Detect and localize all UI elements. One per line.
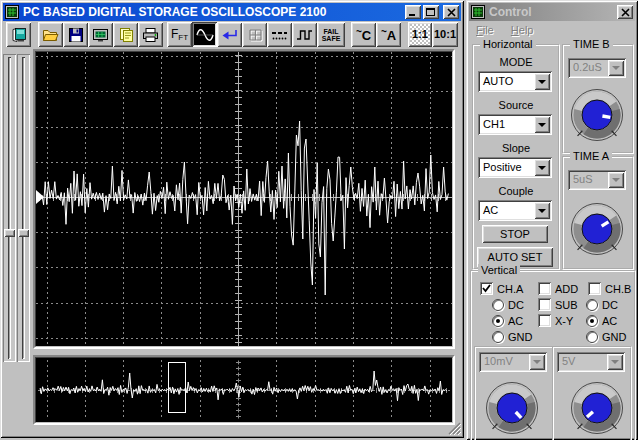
time-a-knob[interactable]: [568, 200, 626, 258]
ch-a-gnd-radio[interactable]: [492, 331, 504, 343]
save-button[interactable]: [63, 22, 88, 47]
close-button[interactable]: [443, 5, 459, 19]
chevron-down-icon: [612, 178, 620, 186]
probe-1-1-label: 1:1: [412, 29, 428, 40]
time-b-knob[interactable]: [568, 86, 626, 144]
failsafe-label-2: SAFE: [322, 35, 341, 42]
slope-combobox[interactable]: Positive: [478, 157, 552, 178]
scope-display[interactable]: [33, 49, 455, 349]
dashed-dotted-icon: [271, 27, 288, 43]
control-titlebar[interactable]: Control: [469, 3, 635, 21]
control-app-icon: [471, 5, 485, 19]
open-file-button[interactable]: [38, 22, 63, 47]
square-wave-button[interactable]: [292, 22, 317, 47]
main-window: PC BASED DIGITAL STORAGE OSCILLOSCOPE 21…: [0, 0, 464, 438]
add-checkbox[interactable]: [538, 282, 551, 295]
mode-dropdown-button[interactable]: [534, 73, 550, 90]
fft-button[interactable]: FFT: [167, 22, 192, 47]
minimize-button[interactable]: [405, 5, 421, 19]
slider-groove: [8, 57, 11, 359]
coupling-c-label: ~C: [356, 27, 371, 42]
open-folder-icon: [42, 27, 59, 43]
source-dropdown-button[interactable]: [534, 116, 550, 133]
slider-b-thumb[interactable]: [18, 229, 29, 237]
chevron-down-icon: [538, 80, 546, 88]
ch-b-knob[interactable]: [568, 379, 626, 437]
probe-10-1-label: 10:1: [434, 29, 456, 40]
coupling-a-button[interactable]: ~A: [376, 22, 401, 47]
grid-button[interactable]: [242, 22, 267, 47]
maximize-button[interactable]: [423, 5, 439, 19]
couple-combobox[interactable]: AC: [478, 200, 552, 221]
time-a-combobox[interactable]: 5uS: [568, 170, 626, 190]
ch-a-dc-radio[interactable]: [492, 299, 504, 311]
time-b-dropdown-button[interactable]: [608, 60, 624, 76]
resize-grip[interactable]: [448, 422, 461, 435]
ch-a-range-dropdown-button[interactable]: [529, 354, 545, 370]
ch-b-range-combobox[interactable]: 5V: [557, 352, 625, 372]
chevron-down-icon: [611, 360, 619, 368]
print-button[interactable]: [138, 22, 163, 47]
failsafe-button[interactable]: FAIL SAFE: [317, 22, 345, 47]
menu-file[interactable]: File: [476, 24, 494, 36]
position-slider-b[interactable]: [17, 54, 30, 362]
coupling-c-button[interactable]: ~C: [351, 22, 376, 47]
recall-button[interactable]: [217, 22, 242, 47]
return-arrow-icon: [221, 27, 239, 43]
exit-icon: [10, 26, 28, 44]
copy-notes-button[interactable]: [113, 22, 138, 47]
ch-a-checkbox[interactable]: [480, 282, 493, 295]
ch-b-checkbox[interactable]: [588, 282, 601, 295]
ch-a-ac-radio[interactable]: [492, 315, 504, 327]
close-icon: [447, 8, 456, 17]
sub-checkbox[interactable]: [538, 298, 551, 311]
slope-dropdown-button[interactable]: [534, 159, 550, 176]
couple-dropdown-button[interactable]: [534, 202, 550, 219]
chevron-down-icon: [538, 123, 546, 131]
chevron-down-icon: [538, 166, 546, 174]
couple-value: AC: [483, 204, 498, 216]
mode-combobox[interactable]: AUTO: [478, 71, 552, 92]
ch-b-range-dropdown-button[interactable]: [607, 354, 623, 370]
main-window-title: PC BASED DIGITAL STORAGE OSCILLOSCOPE 21…: [23, 5, 326, 19]
probe-10-1-button[interactable]: 10:1: [432, 22, 458, 47]
notes-icon: [118, 27, 134, 43]
coupling-a-label: ~A: [381, 27, 396, 42]
ch-b-gnd-radio[interactable]: [586, 331, 598, 343]
radio-dot: [590, 319, 594, 323]
square-wave-icon: [296, 27, 313, 43]
menu-help[interactable]: Help: [511, 24, 534, 36]
fft-label: FFT: [171, 28, 188, 42]
slider-a-thumb[interactable]: [4, 229, 15, 237]
ch-a-label: CH.A: [497, 283, 523, 295]
ch-a-range-combobox[interactable]: 10mV: [479, 352, 547, 372]
time-b-combobox[interactable]: 0.2uS: [568, 58, 626, 78]
control-menubar: File Help: [476, 24, 547, 36]
waveform-display-button[interactable]: [192, 22, 217, 47]
xy-checkbox[interactable]: [538, 314, 551, 327]
probe-1-1-button[interactable]: 1:1: [408, 22, 432, 47]
source-combobox[interactable]: CH1: [478, 114, 552, 135]
exit-button[interactable]: [6, 22, 31, 47]
ch-b-ac-radio[interactable]: [586, 315, 598, 327]
ch-b-dc-radio[interactable]: [586, 299, 598, 311]
stop-button[interactable]: STOP: [482, 225, 548, 243]
time-a-dropdown-button[interactable]: [608, 172, 624, 188]
ch-b-subpanel: 5V: [552, 346, 632, 440]
main-titlebar[interactable]: PC BASED DIGITAL STORAGE OSCILLOSCOPE 21…: [3, 3, 461, 21]
floppy-disk-icon: [68, 27, 84, 43]
slider-groove: [22, 57, 25, 359]
control-close-button[interactable]: [617, 5, 633, 19]
check-icon: [482, 284, 491, 293]
ch-a-range-value: 10mV: [484, 355, 513, 367]
source-label: Source: [474, 99, 558, 111]
time-b-value: 0.2uS: [573, 61, 602, 73]
ch-a-knob[interactable]: [483, 379, 541, 437]
app-icon: [5, 5, 19, 19]
dotted-line-button[interactable]: [267, 22, 292, 47]
position-slider-a[interactable]: [3, 54, 16, 362]
ch-a-dc-label: DC: [508, 299, 524, 311]
time-a-group-label: TIME A: [570, 150, 612, 162]
overview-display[interactable]: [33, 355, 455, 425]
capture-screen-button[interactable]: [88, 22, 113, 47]
